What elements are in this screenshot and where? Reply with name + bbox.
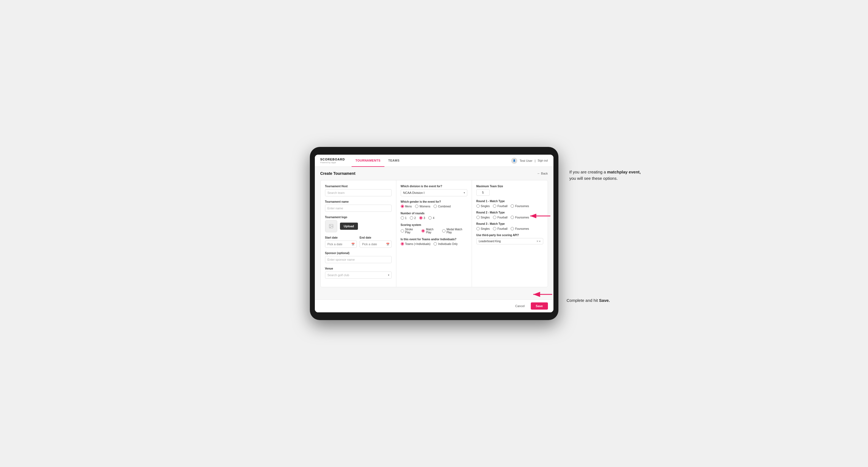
- round3-fourball[interactable]: Fourball: [493, 227, 507, 230]
- nav-right: 👤 Test User | Sign out: [511, 158, 548, 164]
- round3-match-type: Round 3 - Match Type Singles Fourball: [476, 222, 543, 230]
- gender-combined[interactable]: Combined: [434, 205, 451, 208]
- back-link[interactable]: ← Back: [537, 172, 548, 175]
- round1-label: Round 1 - Match Type: [476, 200, 543, 203]
- venue-select-wrapper: [325, 272, 392, 279]
- save-button[interactable]: Save: [531, 302, 548, 310]
- tournament-host-label: Tournament Host: [325, 185, 392, 188]
- division-select-wrapper: NCAA Division I: [401, 189, 467, 196]
- round1-foursomes[interactable]: Foursomes: [510, 205, 529, 208]
- venue-input[interactable]: [325, 272, 392, 279]
- teams-radio[interactable]: [401, 242, 404, 246]
- annotation-right: If you are creating a matchplay event, y…: [569, 169, 647, 181]
- api-label: Use third-party live scoring API?: [476, 234, 543, 237]
- cancel-button[interactable]: Cancel: [512, 303, 528, 309]
- tournament-host-group: Tournament Host: [325, 185, 392, 196]
- gender-combined-radio[interactable]: [434, 205, 437, 208]
- round3-singles[interactable]: Singles: [476, 227, 490, 230]
- round1-singles[interactable]: Singles: [476, 205, 490, 208]
- round-4[interactable]: 4: [428, 216, 434, 220]
- round2-fourball-radio[interactable]: [493, 216, 496, 219]
- round1-fourball-radio[interactable]: [493, 205, 496, 208]
- round2-foursomes-radio[interactable]: [510, 216, 514, 219]
- round3-foursomes-radio[interactable]: [510, 227, 514, 230]
- scoring-group: Scoring system Stroke Play Match Play: [401, 223, 467, 234]
- tablet-frame: SCOREBOARD Powered by clippit TOURNAMENT…: [310, 147, 558, 320]
- round2-fourball[interactable]: Fourball: [493, 216, 507, 219]
- end-date-wrapper: 📅: [360, 241, 392, 248]
- avatar: 👤: [511, 158, 517, 164]
- round2-singles-radio[interactable]: [476, 216, 480, 219]
- individuals-option[interactable]: Individuals Only: [434, 242, 458, 246]
- page-header: Create Tournament ← Back: [320, 171, 548, 176]
- brand: SCOREBOARD Powered by clippit: [320, 158, 345, 163]
- nav-tabs: TOURNAMENTS TEAMS: [351, 155, 512, 167]
- tournament-logo-group: Tournament logo Upload: [325, 216, 392, 232]
- individuals-radio[interactable]: [434, 242, 437, 246]
- round1-foursomes-radio[interactable]: [510, 205, 514, 208]
- sign-out-link[interactable]: Sign out: [538, 159, 548, 162]
- scoring-medal[interactable]: Medal Match Play: [442, 228, 467, 234]
- round2-foursomes[interactable]: Foursomes: [510, 216, 529, 219]
- nav-separator: |: [535, 159, 535, 162]
- scoring-match[interactable]: Match Play: [422, 228, 439, 234]
- main-content: Create Tournament ← Back Tournament Host…: [315, 167, 553, 299]
- round-3[interactable]: 3: [419, 216, 425, 220]
- scoring-radio-group: Stroke Play Match Play Medal Match Play: [401, 228, 467, 234]
- navbar: SCOREBOARD Powered by clippit TOURNAMENT…: [315, 155, 553, 167]
- gender-womens[interactable]: Womens: [415, 205, 430, 208]
- round1-match-type: Round 1 - Match Type Singles Fourball: [476, 200, 543, 208]
- venue-label: Venue: [325, 267, 392, 270]
- rounds-group: Number of rounds 1 2: [401, 212, 467, 220]
- teams-option[interactable]: Teams (+Individuals): [401, 242, 431, 246]
- logo-upload-row: Upload: [325, 220, 392, 232]
- tournament-name-label: Tournament name: [325, 200, 392, 203]
- tournament-name-input[interactable]: [325, 205, 392, 212]
- gender-womens-radio[interactable]: [415, 205, 418, 208]
- annotation-bottom-right: Complete and hit Save.: [567, 298, 639, 304]
- round1-radio-group: Singles Fourball Foursomes: [476, 205, 543, 208]
- round1-singles-radio[interactable]: [476, 205, 480, 208]
- round-3-radio[interactable]: [419, 216, 423, 220]
- scoring-label: Scoring system: [401, 223, 467, 226]
- tab-tournaments[interactable]: TOURNAMENTS: [351, 155, 384, 167]
- round-1-radio[interactable]: [401, 216, 404, 220]
- teams-group: Is this event for Teams and/or Individua…: [401, 238, 467, 246]
- rounds-radio-group: 1 2 3: [401, 216, 467, 220]
- upload-button[interactable]: Upload: [340, 223, 358, 230]
- gender-mens-radio[interactable]: [401, 205, 404, 208]
- api-group: Use third-party live scoring API? Leader…: [476, 234, 543, 244]
- start-date-wrapper: 📅: [325, 241, 357, 248]
- round3-label: Round 3 - Match Type: [476, 222, 543, 225]
- scoring-medal-radio[interactable]: [442, 229, 445, 232]
- tournament-name-group: Tournament name: [325, 200, 392, 212]
- round1-fourball[interactable]: Fourball: [493, 205, 507, 208]
- round3-singles-radio[interactable]: [476, 227, 480, 230]
- tablet-screen: SCOREBOARD Powered by clippit TOURNAMENT…: [315, 155, 553, 312]
- api-clear-icon[interactable]: ✕ ▾: [536, 240, 541, 243]
- sponsor-input[interactable]: [325, 256, 392, 263]
- tab-teams[interactable]: TEAMS: [384, 155, 403, 167]
- calendar-icon: 📅: [351, 243, 354, 246]
- sponsor-group: Sponsor (optional): [325, 252, 392, 263]
- round-4-radio[interactable]: [428, 216, 432, 220]
- tournament-logo-label: Tournament logo: [325, 216, 392, 219]
- form-grid: Tournament Host Tournament name Tourname…: [320, 180, 548, 287]
- scoring-match-radio[interactable]: [422, 229, 425, 232]
- svg-point-1: [330, 225, 331, 226]
- tournament-host-input[interactable]: [325, 189, 392, 196]
- max-team-size-input[interactable]: [476, 189, 490, 196]
- division-select[interactable]: NCAA Division I: [401, 189, 467, 196]
- left-column: Tournament Host Tournament name Tourname…: [321, 180, 396, 287]
- round2-singles[interactable]: Singles: [476, 216, 490, 219]
- start-date-group: Start date 📅: [325, 236, 357, 248]
- round-2-radio[interactable]: [410, 216, 413, 220]
- round3-fourball-radio[interactable]: [493, 227, 496, 230]
- gender-mens[interactable]: Mens: [401, 205, 412, 208]
- scoring-stroke-radio[interactable]: [401, 229, 404, 232]
- round3-foursomes[interactable]: Foursomes: [510, 227, 529, 230]
- round-1[interactable]: 1: [401, 216, 407, 220]
- end-date-group: End date 📅: [360, 236, 392, 248]
- round-2[interactable]: 2: [410, 216, 416, 220]
- scoring-stroke[interactable]: Stroke Play: [401, 228, 418, 234]
